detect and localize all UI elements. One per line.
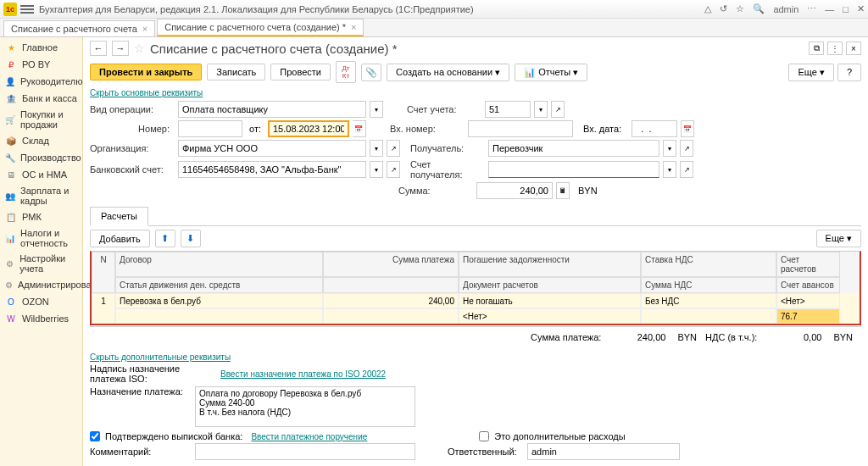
close-icon[interactable]: × xyxy=(142,24,147,34)
close-doc-icon[interactable]: × xyxy=(846,42,861,55)
sidebar-item[interactable]: 🔧Производство xyxy=(0,149,82,166)
payee-acc-input[interactable] xyxy=(488,161,659,178)
hamburger-icon[interactable] xyxy=(20,3,34,16)
sidebar-item[interactable]: ⚙Настройки учета xyxy=(0,251,82,276)
dt-kt-button[interactable]: ДтКт xyxy=(336,61,356,83)
dropdown-icon[interactable]: ▾ xyxy=(534,101,548,118)
dropdown-icon[interactable]: ▾ xyxy=(663,140,676,157)
move-up-button[interactable]: ⬆ xyxy=(155,230,175,247)
sidebar-item[interactable]: 📊Налоги и отчетность xyxy=(0,225,82,251)
post-button[interactable]: Провести xyxy=(270,64,331,80)
calc-icon[interactable]: 🖩 xyxy=(556,182,570,199)
sidebar-item[interactable]: OOZON xyxy=(0,293,82,310)
col-schet[interactable]: Счет расчетов xyxy=(776,252,840,277)
favorite-icon[interactable]: ☆ xyxy=(134,42,145,55)
back-button[interactable]: ← xyxy=(90,41,107,56)
sidebar-item[interactable]: 🖥ОС и НМА xyxy=(0,166,82,183)
forward-button[interactable]: → xyxy=(112,41,129,56)
col-stavka[interactable]: Ставка НДС xyxy=(641,252,776,277)
number-input[interactable] xyxy=(178,120,242,137)
link-icon[interactable]: ⧉ xyxy=(809,42,824,55)
open-icon[interactable]: ↗ xyxy=(680,140,693,157)
in-date-input[interactable] xyxy=(632,120,677,137)
cell-schet[interactable]: <Нет> xyxy=(776,293,840,308)
cell-n[interactable]: 1 xyxy=(92,293,115,324)
settings-icon[interactable]: ⋯ xyxy=(807,3,816,14)
move-down-button[interactable]: ⬇ xyxy=(181,230,201,247)
save-button[interactable]: Записать xyxy=(207,64,265,80)
cell-dogovor[interactable]: Перевозка в бел.руб xyxy=(115,293,323,308)
reports-button[interactable]: 📊 Отчеты ▾ xyxy=(515,64,587,81)
sidebar-item[interactable]: 📦Склад xyxy=(0,132,82,149)
bell-icon[interactable]: △ xyxy=(704,3,711,14)
cell-sum[interactable]: 240,00 xyxy=(323,293,459,308)
history-icon[interactable]: ↺ xyxy=(720,3,727,14)
in-num-input[interactable] xyxy=(468,120,573,137)
resp-input[interactable] xyxy=(527,443,680,460)
doc-tab-2[interactable]: Списание с расчетного счета (создание) *… xyxy=(157,19,364,36)
col-n[interactable]: N xyxy=(92,252,115,293)
org-input[interactable] xyxy=(178,140,366,157)
sidebar-item[interactable]: 🛒Покупки и продажи xyxy=(0,107,82,132)
calendar-icon[interactable]: 📅 xyxy=(681,120,694,137)
create-based-button[interactable]: Создать на основании ▾ xyxy=(387,64,509,81)
col-pogash[interactable]: Погашение задолженности xyxy=(459,252,641,277)
tab-raschety[interactable]: Расчеты xyxy=(90,207,148,226)
payee-input[interactable] xyxy=(488,140,659,157)
dropdown-icon[interactable]: ▾ xyxy=(370,101,383,118)
post-and-close-button[interactable]: Провести и закрыть xyxy=(90,64,202,80)
more-icon[interactable]: ⋮ xyxy=(827,42,843,55)
sum-input[interactable] xyxy=(476,182,553,199)
purpose-textarea[interactable] xyxy=(195,386,415,427)
bank-acc-input[interactable] xyxy=(178,161,366,178)
confirmed-checkbox[interactable] xyxy=(90,431,100,441)
hide-add-link[interactable]: Скрыть дополнительные реквизиты xyxy=(90,351,861,363)
cell-statya[interactable] xyxy=(115,308,323,324)
grid-more-button[interactable]: Еще ▾ xyxy=(816,230,861,247)
sidebar-item[interactable]: ⚙Администрирование xyxy=(0,276,82,293)
dropdown-icon[interactable]: ▾ xyxy=(663,161,676,178)
open-icon[interactable]: ↗ xyxy=(387,161,400,178)
cell-docras[interactable]: <Нет> xyxy=(459,308,641,324)
col-docras[interactable]: Документ расчетов xyxy=(459,277,641,293)
date-input[interactable] xyxy=(268,120,349,137)
sidebar-item[interactable]: 👥Зарплата и кадры xyxy=(0,183,82,208)
search-icon[interactable]: 🔍 xyxy=(753,3,765,14)
iso-link[interactable]: Ввести назначение платежа по ISO 20022 xyxy=(220,369,386,379)
dropdown-icon[interactable]: ▾ xyxy=(370,140,383,157)
sidebar-item[interactable]: WWildberries xyxy=(0,310,82,327)
cell-schetav[interactable]: 76.7 xyxy=(776,308,840,324)
sidebar-item[interactable]: 👤Руководителю xyxy=(0,73,82,90)
open-icon[interactable]: ↗ xyxy=(387,140,400,157)
sidebar-item[interactable]: 📋РМК xyxy=(0,208,82,225)
open-icon[interactable]: ↗ xyxy=(680,161,693,178)
acc-input[interactable] xyxy=(485,101,531,118)
user-label[interactable]: admin xyxy=(773,4,798,14)
calendar-icon[interactable]: 📅 xyxy=(353,120,366,137)
sidebar-item[interactable]: ★Главное xyxy=(0,39,82,56)
help-button[interactable]: ? xyxy=(837,64,861,81)
add-row-button[interactable]: Добавить xyxy=(90,230,150,247)
more-button[interactable]: Еще ▾ xyxy=(788,64,833,81)
enter-pp-link[interactable]: Ввести платежное поручение xyxy=(248,432,367,441)
attach-button[interactable]: 📎 xyxy=(361,64,381,81)
col-statya[interactable]: Статья движения ден. средств xyxy=(115,277,323,293)
open-icon[interactable]: ↗ xyxy=(551,101,565,118)
cell-pogash[interactable]: Не погашать xyxy=(459,293,641,308)
op-type-input[interactable] xyxy=(178,101,366,118)
maximize-icon[interactable]: □ xyxy=(843,4,849,14)
col-schetav[interactable]: Счет авансов xyxy=(776,277,840,293)
cell-stavka[interactable]: Без НДС xyxy=(641,293,776,308)
close-icon[interactable]: ✕ xyxy=(857,3,865,14)
comment-input[interactable] xyxy=(195,443,415,460)
star-icon[interactable]: ☆ xyxy=(736,3,744,14)
col-sumnds[interactable]: Сумма НДС xyxy=(641,277,776,293)
col-dogovor[interactable]: Договор xyxy=(115,252,323,277)
sidebar-item[interactable]: ₽РО BY xyxy=(0,56,82,73)
doc-tab-1[interactable]: Списание с расчетного счета× xyxy=(3,20,155,36)
minimize-icon[interactable]: — xyxy=(825,4,834,14)
dropdown-icon[interactable]: ▾ xyxy=(370,161,383,178)
add-expenses-checkbox[interactable] xyxy=(479,431,489,441)
col-sum[interactable]: Сумма платежа xyxy=(323,252,459,277)
hide-main-link[interactable]: Скрыть основные реквизиты xyxy=(83,88,868,101)
